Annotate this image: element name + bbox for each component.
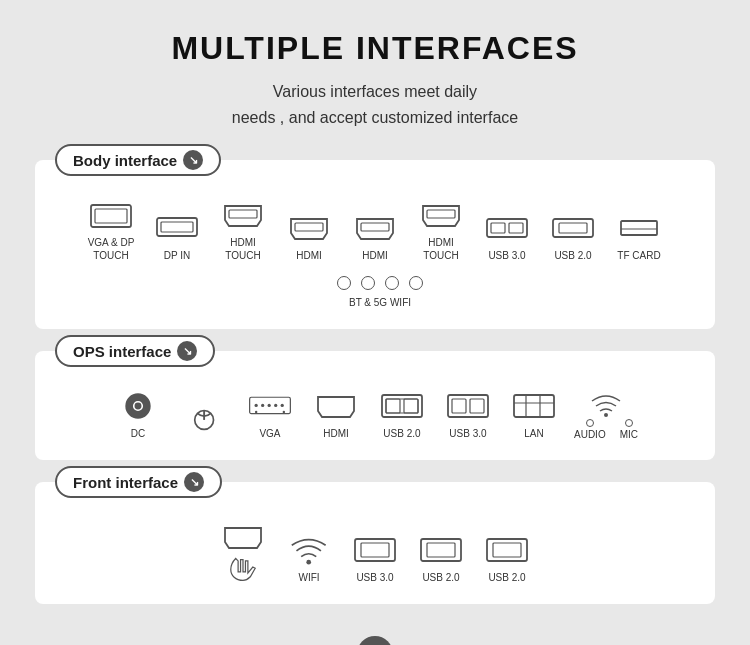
svg-rect-45 <box>493 543 521 557</box>
ops-interface-section: OPS interface ↘ DC <box>35 351 715 460</box>
svg-rect-33 <box>470 399 484 413</box>
svg-rect-9 <box>491 223 505 233</box>
hdmi-2-label: HDMI <box>362 249 388 262</box>
body-interface-section: Body interface ↘ VGA & DPTOUCH DP IN <box>35 160 715 329</box>
usb30-front-label: USB 3.0 <box>356 571 393 584</box>
body-interface-label: Body interface ↘ <box>55 144 221 176</box>
mic-dot <box>625 419 633 427</box>
tf-card-label: TF CARD <box>617 249 660 262</box>
usb20-body-label: USB 2.0 <box>554 249 591 262</box>
scroll-down-button[interactable] <box>357 636 393 645</box>
wifi-circle-1 <box>361 276 375 290</box>
svg-rect-32 <box>452 399 466 413</box>
icon-usb30-front: USB 3.0 <box>349 533 401 584</box>
svg-point-20 <box>255 404 258 407</box>
icon-usb30-ops: USB 3.0 <box>442 389 494 440</box>
icon-vga-dp-touch: VGA & DPTOUCH <box>85 198 137 262</box>
svg-rect-34 <box>514 395 554 417</box>
svg-point-15 <box>126 394 149 417</box>
svg-rect-6 <box>361 223 389 231</box>
subtitle: Various interfaces meet daily needs , an… <box>232 79 518 130</box>
icon-tf-card: TF CARD <box>613 211 665 262</box>
bt-5g-wifi-label: BT & 5G WIFI <box>349 296 411 309</box>
svg-rect-13 <box>621 221 657 235</box>
svg-rect-4 <box>229 210 257 218</box>
vga-dp-touch-label: VGA & DPTOUCH <box>88 236 135 262</box>
hdmi-touch-2-label: HDMITOUCH <box>423 236 458 262</box>
vga-ops-label: VGA <box>259 427 280 440</box>
icon-hdmi-front <box>217 520 269 584</box>
hdmi-touch-1-label: HDMITOUCH <box>225 236 260 262</box>
svg-rect-12 <box>559 223 587 233</box>
svg-rect-0 <box>91 205 131 227</box>
icon-usb30-body: USB 3.0 <box>481 211 533 262</box>
dp-in-label: DP IN <box>164 249 191 262</box>
svg-rect-3 <box>161 222 193 232</box>
svg-rect-28 <box>386 399 418 413</box>
svg-point-25 <box>255 411 257 413</box>
ops-icons-row: DC <box>55 369 695 440</box>
hdmi-1-label: HDMI <box>296 249 322 262</box>
hdmi-ops-label: HDMI <box>323 427 349 440</box>
page-title: MULTIPLE INTERFACES <box>171 30 578 67</box>
front-interface-label: Front interface ↘ <box>55 466 222 498</box>
audio-dot <box>586 419 594 427</box>
icon-dc: DC <box>112 389 164 440</box>
svg-point-22 <box>268 404 271 407</box>
svg-point-26 <box>283 411 285 413</box>
bt-circle <box>337 276 351 290</box>
svg-rect-8 <box>487 219 527 237</box>
front-arrow-icon: ↘ <box>184 472 204 492</box>
svg-point-23 <box>274 404 277 407</box>
icon-usb20-ops-1: USB 2.0 <box>376 389 428 440</box>
svg-point-21 <box>261 404 264 407</box>
icon-hdmi-1: HDMI <box>283 211 335 262</box>
icon-hdmi-ops: HDMI <box>310 389 362 440</box>
icon-vga-ops: VGA <box>244 389 296 440</box>
svg-point-24 <box>281 404 284 407</box>
icon-power <box>178 402 230 440</box>
icon-hdmi-touch-1: HDMITOUCH <box>217 198 269 262</box>
usb20-front-2-label: USB 2.0 <box>488 571 525 584</box>
svg-rect-30 <box>404 399 418 413</box>
svg-point-38 <box>604 413 608 417</box>
svg-rect-7 <box>427 210 455 218</box>
icon-usb20-body: USB 2.0 <box>547 211 599 262</box>
usb20-front-1-label: USB 2.0 <box>422 571 459 584</box>
icon-audio-group: AUDIO MIC <box>574 391 638 440</box>
icon-hdmi-touch-2: HDMITOUCH <box>415 198 467 262</box>
icon-dp-in: DP IN <box>151 211 203 262</box>
wifi-front-label: WIFI <box>298 571 319 584</box>
dc-label: DC <box>131 427 145 440</box>
front-interface-section: Front interface ↘ <box>35 482 715 604</box>
svg-rect-29 <box>386 399 400 413</box>
icon-usb20-front-2: USB 2.0 <box>481 533 533 584</box>
icon-hdmi-2: HDMI <box>349 211 401 262</box>
usb30-ops-label: USB 3.0 <box>449 427 486 440</box>
svg-rect-10 <box>509 223 523 233</box>
svg-rect-1 <box>95 209 127 223</box>
icon-usb20-front-1: USB 2.0 <box>415 533 467 584</box>
ops-arrow-icon: ↘ <box>177 341 197 361</box>
svg-rect-27 <box>382 395 422 417</box>
wifi-circle-3 <box>409 276 423 290</box>
svg-rect-2 <box>157 218 197 236</box>
svg-rect-31 <box>448 395 488 417</box>
icon-bt-5g-wifi: BT & 5G WIFI <box>337 276 423 309</box>
svg-point-39 <box>307 560 312 565</box>
svg-rect-43 <box>427 543 455 557</box>
ops-interface-label: OPS interface ↘ <box>55 335 215 367</box>
wifi-circle-2 <box>385 276 399 290</box>
svg-rect-41 <box>361 543 389 557</box>
mic-label: MIC <box>620 429 638 440</box>
audio-label: AUDIO <box>574 429 606 440</box>
body-icons-row: VGA & DPTOUCH DP IN HDMITOUCH <box>55 178 695 309</box>
usb30-body-label: USB 3.0 <box>488 249 525 262</box>
front-icons-row: WIFI USB 3.0 USB 2.0 <box>55 500 695 584</box>
icon-lan: LAN <box>508 389 560 440</box>
svg-rect-5 <box>295 223 323 231</box>
usb20-ops-1-label: USB 2.0 <box>383 427 420 440</box>
icon-wifi-front: WIFI <box>283 533 335 584</box>
lan-label: LAN <box>524 427 543 440</box>
body-arrow-icon: ↘ <box>183 150 203 170</box>
